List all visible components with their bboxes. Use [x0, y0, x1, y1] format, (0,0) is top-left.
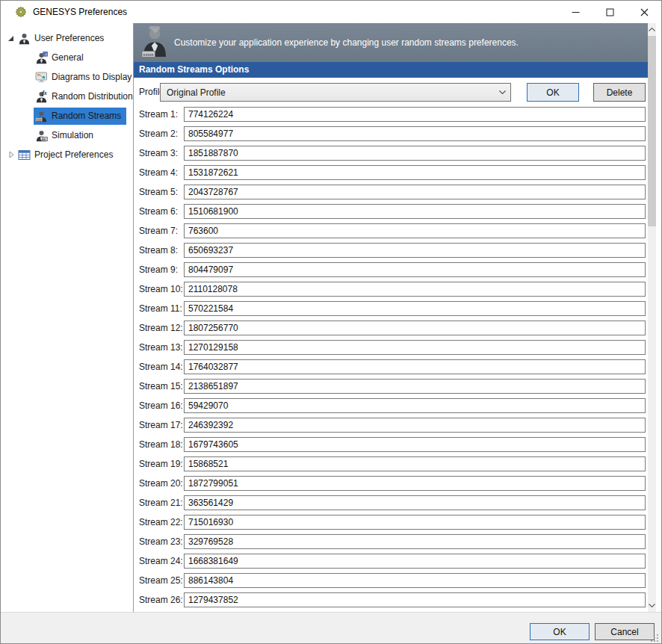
maximize-button[interactable] [593, 1, 627, 23]
stream-label: Stream 26: [139, 592, 183, 607]
gear-icon [15, 6, 27, 18]
user-general-icon [35, 52, 48, 64]
sidebar-item-project-preferences[interactable]: Project Preferences [1, 145, 133, 164]
stream-label: Stream 23: [139, 534, 183, 549]
stream-row: Stream 10: [134, 282, 648, 297]
stream-input-19[interactable] [184, 456, 646, 471]
expander-expanded-icon[interactable] [6, 33, 16, 43]
vertical-scrollbar[interactable] [648, 23, 656, 612]
stream-input-21[interactable] [184, 495, 646, 510]
stream-input-23[interactable] [184, 534, 646, 549]
stream-input-15[interactable] [184, 379, 646, 394]
stream-input-2[interactable] [184, 126, 646, 141]
close-button[interactable] [627, 1, 661, 23]
stream-input-1[interactable] [184, 107, 646, 122]
scrollbar-thumb[interactable] [648, 36, 656, 226]
sidebar-item-diagrams-to-display[interactable]: Diagrams to Display [1, 67, 133, 87]
stream-input-9[interactable] [184, 262, 646, 277]
stream-label: Stream 14: [139, 359, 183, 374]
stream-row: Stream 6: [134, 204, 648, 219]
stream-row: Stream 9: [134, 262, 648, 277]
window-controls [558, 1, 661, 23]
stream-input-20[interactable] [184, 476, 646, 491]
stream-row: Stream 22: [134, 515, 648, 530]
stream-row: Stream 1: [134, 107, 648, 122]
stream-label: Stream 24: [139, 554, 183, 569]
stream-row: Stream 8: [134, 243, 648, 258]
stream-input-17[interactable] [184, 418, 646, 433]
tree-entry[interactable]: fxRandom Distribution [34, 88, 134, 105]
window-title: GENESYS Preferences [33, 7, 127, 17]
stream-input-6[interactable] [184, 204, 646, 219]
stream-input-5[interactable] [184, 185, 646, 199]
stream-input-3[interactable] [184, 146, 646, 161]
tree-entry[interactable]: Simulation [34, 127, 99, 144]
random-streams-panel: xxxxx Customize your application experie… [134, 23, 662, 612]
stream-input-26[interactable] [184, 592, 646, 607]
stream-row: Stream 25: [134, 573, 648, 588]
dialog-footer: OK Cancel [1, 612, 661, 644]
stream-row: Stream 20: [134, 476, 648, 491]
stream-input-25[interactable] [184, 573, 646, 588]
stream-input-10[interactable] [184, 282, 646, 297]
stream-label: Stream 20: [139, 476, 183, 491]
stream-label: Stream 9: [139, 262, 178, 277]
stream-input-11[interactable] [184, 301, 646, 316]
stream-row: Stream 7: [134, 223, 648, 238]
stream-label: Stream 8: [139, 243, 178, 258]
stream-label: Stream 5: [139, 185, 178, 199]
stream-row: Stream 24: [134, 554, 648, 569]
sidebar-item-random-distribution[interactable]: fxRandom Distribution [1, 87, 133, 106]
user-distribution-icon: fx [35, 90, 48, 103]
tree-entry[interactable]: User Preferences [16, 30, 109, 47]
sidebar-item-random-streams[interactable]: xxxRandom Streams [1, 106, 133, 126]
sidebar-item-label: Simulation [52, 130, 93, 140]
stream-label: Stream 10: [139, 282, 183, 297]
stream-input-12[interactable] [184, 321, 646, 335]
svg-text:xxx: xxx [37, 117, 43, 121]
stream-input-16[interactable] [184, 398, 646, 413]
stream-label: Stream 25: [139, 573, 183, 588]
title-bar: GENESYS Preferences [1, 1, 661, 23]
tree-entry[interactable]: Diagrams to Display [34, 69, 134, 86]
stream-label: Stream 6: [139, 204, 178, 219]
stream-row: Stream 15: [134, 379, 648, 394]
stream-label: Stream 15: [139, 379, 183, 394]
resize-grip-icon[interactable] [651, 634, 659, 643]
tree-entry[interactable]: General [34, 49, 89, 66]
tree-entry[interactable]: xxxRandom Streams [34, 108, 126, 125]
stream-input-24[interactable] [184, 554, 646, 569]
tree-entry[interactable]: Project Preferences [16, 146, 118, 164]
stream-label: Stream 19: [139, 456, 183, 471]
stream-row: Stream 3: [134, 146, 648, 161]
sidebar-item-simulation[interactable]: Simulation [1, 126, 133, 145]
user-icon [18, 32, 31, 45]
diagrams-icon [35, 71, 48, 84]
cancel-button[interactable]: Cancel [595, 623, 655, 640]
sidebar-item-general[interactable]: General [1, 48, 133, 67]
stream-input-4[interactable] [184, 165, 646, 180]
sidebar-item-user-preferences[interactable]: User Preferences [1, 28, 133, 48]
user-simulation-icon [35, 129, 48, 142]
stream-input-18[interactable] [184, 437, 646, 452]
ok-button[interactable]: OK [530, 623, 590, 640]
expander-collapsed-icon[interactable] [6, 149, 16, 160]
stream-input-22[interactable] [184, 515, 646, 530]
stream-label: Stream 12: [139, 321, 183, 335]
stream-row: Stream 18: [134, 437, 648, 452]
stream-label: Stream 13: [139, 340, 183, 355]
sidebar-item-label: General [52, 52, 84, 63]
stream-label: Stream 18: [139, 437, 183, 452]
stream-label: Stream 2: [139, 126, 178, 141]
stream-input-14[interactable] [184, 359, 646, 374]
stream-row: Stream 4: [134, 165, 648, 180]
stream-label: Stream 3: [139, 146, 178, 161]
stream-row: Stream 14: [134, 359, 648, 374]
stream-input-7[interactable] [184, 223, 646, 238]
stream-label: Stream 16: [139, 398, 183, 413]
scroll-down-button[interactable] [648, 599, 656, 612]
scroll-up-button[interactable] [648, 23, 656, 36]
stream-input-8[interactable] [184, 243, 646, 258]
minimize-button[interactable] [558, 1, 593, 23]
stream-input-13[interactable] [184, 340, 646, 355]
